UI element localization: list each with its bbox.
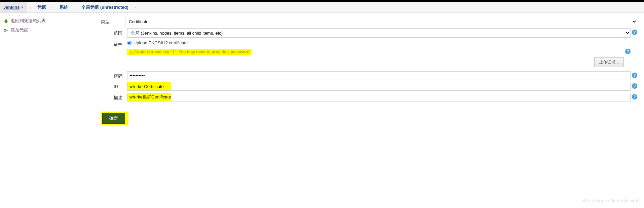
help-icon[interactable]: ? — [632, 83, 637, 89]
label-password: 密码 — [114, 71, 127, 79]
arrow-up-icon — [3, 18, 9, 24]
sidebar-add-link[interactable]: 添加凭据 — [11, 27, 28, 33]
breadcrumb-separator: › — [132, 5, 139, 9]
password-input[interactable] — [127, 71, 631, 80]
breadcrumb-item-global[interactable]: 全局凭据 (unrestricted) — [78, 2, 131, 12]
help-icon[interactable]: ? — [625, 49, 631, 54]
warning-text: Could retrieve key "1". You may need to … — [134, 50, 250, 54]
breadcrumb-separator: › — [72, 5, 78, 9]
sidebar-item-add[interactable]: 添加凭据 — [3, 26, 98, 34]
upload-cert-button[interactable]: 上传证书... — [594, 57, 624, 67]
side-panel: 返回到凭据域列表 添加凭据 — [0, 13, 101, 129]
desc-input[interactable] — [127, 93, 631, 101]
row-id: ID ? — [114, 82, 637, 91]
label-desc: 描述 — [114, 93, 127, 101]
label-scope: 范围 — [114, 28, 127, 36]
select-type[interactable]: Certificate — [125, 17, 637, 26]
breadcrumb-item-credentials[interactable]: 凭据 — [34, 2, 49, 12]
row-desc: 描述 ? — [114, 93, 637, 101]
svg-point-0 — [4, 29, 6, 31]
breadcrumb-separator: › — [49, 5, 56, 9]
breadcrumb-link-global[interactable]: 全局凭据 (unrestricted) — [81, 4, 128, 10]
breadcrumb-link-jenkins[interactable]: Jenkins — [3, 5, 20, 10]
help-icon[interactable]: ? — [632, 73, 637, 78]
label-id: ID — [114, 82, 127, 89]
breadcrumb-separator: › — [27, 5, 34, 9]
breadcrumb-item-jenkins[interactable]: Jenkins ▼ — [0, 2, 27, 12]
radio-upload-input[interactable] — [127, 41, 131, 45]
sidebar-back-link[interactable]: 返回到凭据域列表 — [11, 18, 46, 24]
label-cert: 证书 — [114, 40, 127, 48]
warning-icon: ⚠ — [129, 50, 133, 54]
select-scope[interactable]: 全局 (Jenkins, nodes, items, all child ite… — [127, 28, 631, 38]
chevron-down-icon[interactable]: ▼ — [21, 6, 24, 9]
row-password: 密码 ? — [114, 71, 637, 80]
svg-rect-2 — [7, 30, 8, 31]
help-icon[interactable]: ? — [632, 30, 637, 35]
help-icon[interactable]: ? — [632, 94, 637, 99]
key-icon — [3, 28, 9, 33]
row-scope: 范围 全局 (Jenkins, nodes, items, all child … — [114, 28, 637, 38]
id-input[interactable] — [127, 82, 631, 91]
breadcrumb-link-system[interactable]: 系统 — [60, 4, 68, 10]
label-type: 类型 — [101, 17, 125, 25]
radio-upload-label: Upload PKCS#12 certificate — [134, 40, 188, 45]
main-content: 类型 Certificate 范围 全局 (Jenkins, nodes, it… — [101, 13, 644, 129]
row-type: 类型 Certificate — [101, 17, 637, 26]
warning-message: ⚠Could retrieve key "1". You may need to… — [127, 49, 252, 55]
sidebar-item-back[interactable]: 返回到凭据域列表 — [3, 17, 98, 25]
row-cert: 证书 Upload PKCS#12 certificate ⚠Could ret… — [114, 40, 637, 69]
submit-button[interactable]: 确定 — [102, 113, 125, 124]
radio-upload-pkcs12[interactable]: Upload PKCS#12 certificate — [127, 40, 631, 46]
breadcrumb: Jenkins ▼ › 凭据 › 系统 › 全局凭据 (unrestricted… — [0, 2, 644, 13]
breadcrumb-link-credentials[interactable]: 凭据 — [37, 4, 46, 10]
submit-row: 确定 — [101, 112, 637, 125]
breadcrumb-item-system[interactable]: 系统 — [56, 2, 72, 12]
